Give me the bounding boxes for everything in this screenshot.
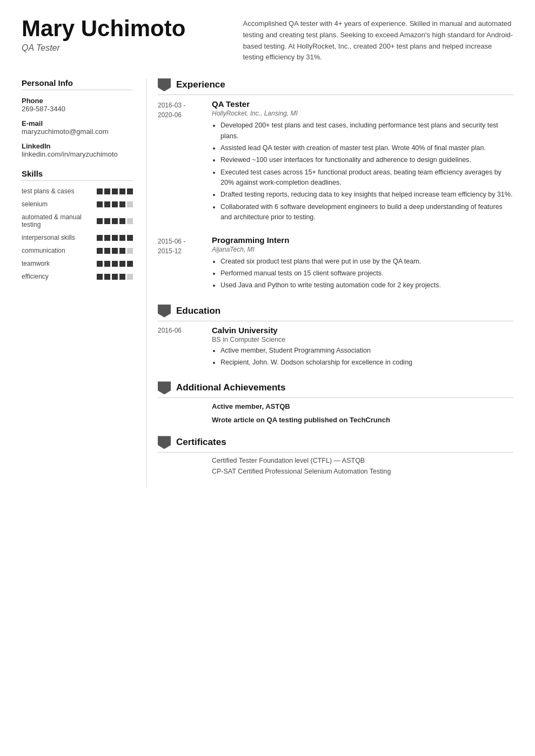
achievements-title: Additional Achievements	[176, 382, 285, 393]
linkedin-label: LinkedIn	[22, 142, 133, 150]
skill-dot	[104, 188, 110, 194]
skill-dots	[97, 201, 133, 207]
personal-info-title: Personal Info	[22, 78, 133, 90]
candidate-title: QA Tester	[22, 43, 185, 53]
experience-icon	[158, 78, 171, 91]
skill-dot	[119, 235, 125, 241]
certificate-item: Certified Tester Foundation level (CTFL)…	[158, 457, 513, 464]
skill-name: efficiency	[22, 273, 84, 280]
edu-date: 2016-06	[158, 326, 201, 370]
phone-value: 269-587-3440	[22, 105, 133, 113]
bullet-item: Developed 200+ test plans and test cases…	[220, 120, 513, 141]
skill-dot	[119, 248, 125, 254]
skill-name: test plans & cases	[22, 187, 84, 195]
skills-list: test plans & casesseleniumautomated & ma…	[22, 187, 133, 280]
skill-dot	[97, 248, 103, 254]
skill-row: test plans & cases	[22, 187, 133, 195]
skill-dot	[97, 201, 103, 207]
education-title: Education	[176, 306, 220, 316]
entry-content: Programming InternAljanaTech, MICreated …	[212, 235, 513, 293]
experience-entry: 2016-03 -2020-06QA TesterHollyRocket, In…	[158, 99, 513, 224]
skill-dot	[97, 235, 103, 241]
skill-row: automated & manual testing	[22, 213, 133, 228]
skill-dot	[97, 218, 103, 224]
entry-dates: 2016-03 -2020-06	[158, 99, 201, 224]
skill-dot	[119, 188, 125, 194]
bullet-item: Used Java and Python to write testing au…	[220, 280, 513, 291]
skill-dots	[97, 274, 133, 280]
skill-dot	[127, 218, 133, 224]
skill-dot	[97, 188, 103, 194]
skill-dots	[97, 261, 133, 267]
linkedin-block: LinkedIn linkedin.com/in/maryzuchimoto	[22, 142, 133, 158]
bullet-item: Collaborated with 6 software development…	[220, 202, 513, 223]
education-entries: 2016-06Calvin UniversityBS in Computer S…	[158, 326, 513, 370]
bullet-item: Created six product test plans that were…	[220, 256, 513, 267]
skills-section: Skills test plans & casesseleniumautomat…	[22, 169, 133, 280]
email-label: E-mail	[22, 119, 133, 127]
bullet-item: Reviewed ~100 user interfaces for functi…	[220, 155, 513, 165]
skill-dot	[112, 274, 118, 280]
skill-dot	[119, 274, 125, 280]
skill-name: communication	[22, 247, 84, 254]
skill-row: selenium	[22, 200, 133, 208]
experience-header: Experience	[158, 78, 513, 95]
entry-bullets: Created six product test plans that were…	[212, 256, 513, 291]
education-header: Education	[158, 305, 513, 321]
certificates-list: Certified Tester Foundation level (CTFL)…	[158, 457, 513, 475]
skill-dot	[127, 261, 133, 267]
experience-title: Experience	[176, 79, 225, 90]
experience-entries: 2016-03 -2020-06QA TesterHollyRocket, In…	[158, 99, 513, 293]
certificates-header: Certificates	[158, 436, 513, 453]
skill-dot	[97, 261, 103, 267]
skill-row: interpersonal skills	[22, 234, 133, 241]
education-entry: 2016-06Calvin UniversityBS in Computer S…	[158, 326, 513, 370]
skill-dot	[119, 201, 125, 207]
entry-company: AljanaTech, MI	[212, 246, 513, 253]
skill-row: communication	[22, 247, 133, 254]
bullet-item: Performed manual tests on 15 client soft…	[220, 268, 513, 279]
entry-content: QA TesterHollyRocket, Inc., Lansing, MID…	[212, 99, 513, 224]
edu-bullet-item: Active member, Student Programming Assoc…	[220, 346, 513, 356]
skill-name: automated & manual testing	[22, 213, 84, 228]
skill-dot	[119, 218, 125, 224]
skill-dot	[112, 248, 118, 254]
skill-dot	[104, 218, 110, 224]
skill-name: interpersonal skills	[22, 234, 84, 241]
right-column: Experience 2016-03 -2020-06QA TesterHoll…	[146, 78, 513, 487]
skill-dots	[97, 235, 133, 241]
certificate-item: CP-SAT Certified Professional Selenium A…	[158, 468, 513, 475]
email-value: maryzuchimoto@gmail.com	[22, 127, 133, 136]
certificates-title: Certificates	[176, 437, 226, 448]
skills-title: Skills	[22, 169, 133, 181]
skill-dot	[127, 188, 133, 194]
achievements-section: Additional Achievements Active member, A…	[158, 381, 513, 424]
skill-dot	[127, 274, 133, 280]
skill-dot	[127, 235, 133, 241]
skill-dot	[97, 274, 103, 280]
entry-company: HollyRocket, Inc., Lansing, MI	[212, 110, 513, 117]
education-section: Education 2016-06Calvin UniversityBS in …	[158, 305, 513, 370]
skill-dot	[112, 235, 118, 241]
skill-dot	[104, 274, 110, 280]
skill-dot	[119, 261, 125, 267]
skill-dot	[112, 218, 118, 224]
entry-dates: 2015-06 -2015-12	[158, 235, 201, 293]
skill-row: teamwork	[22, 260, 133, 267]
left-column: Personal Info Phone 269-587-3440 E-mail …	[22, 78, 146, 487]
achievement-item: Wrote article on QA testing published on…	[158, 416, 513, 424]
certificates-icon	[158, 436, 171, 449]
skill-dots	[97, 248, 133, 254]
phone-block: Phone 269-587-3440	[22, 97, 133, 113]
header-left: Mary Uchimoto QA Tester	[22, 16, 185, 53]
edu-content: Calvin UniversityBS in Computer ScienceA…	[212, 326, 513, 370]
skill-name: teamwork	[22, 260, 84, 267]
candidate-name: Mary Uchimoto	[22, 16, 185, 41]
entry-bullets: Developed 200+ test plans and test cases…	[212, 120, 513, 222]
skill-dot	[104, 201, 110, 207]
phone-label: Phone	[22, 97, 133, 105]
candidate-summary: Accomplished QA tester with 4+ years of …	[243, 16, 514, 63]
skill-dots	[97, 188, 133, 194]
skill-dot	[112, 261, 118, 267]
experience-entry: 2015-06 -2015-12Programming InternAljana…	[158, 235, 513, 293]
